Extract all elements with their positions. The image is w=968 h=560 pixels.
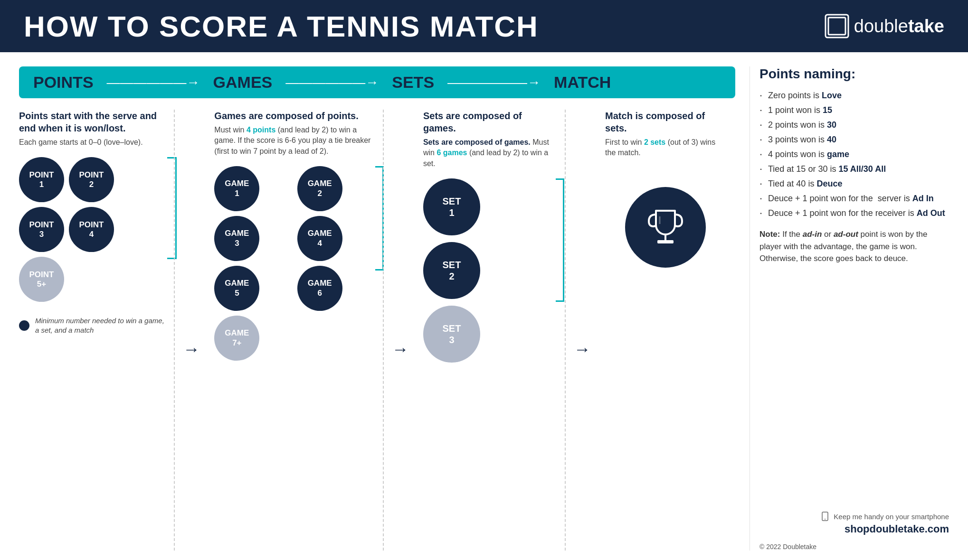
point-1-circle: POINT1 xyxy=(19,157,64,202)
sets-title: Sets are composed of games. xyxy=(423,110,557,134)
category-banner: POINTS ——————→ GAMES ——————→ SETS ——————… xyxy=(19,66,735,98)
sets-circles: SET1 SET2 SET3 xyxy=(423,178,557,363)
match-trophy xyxy=(605,168,726,268)
arrow-1: ——————→ xyxy=(107,75,200,90)
arrow-3: ——————→ xyxy=(447,75,541,90)
points-row-1: POINT1 POINT2 xyxy=(19,157,114,202)
naming-list: Zero points is Love 1 point won is 15 2 … xyxy=(759,89,949,220)
sets-bracket xyxy=(556,178,564,302)
points-visual: POINT1 POINT2 POINT3 POINT4 POINT5+ xyxy=(19,157,166,302)
sets-column: Sets are composed of games. Sets are com… xyxy=(411,110,571,551)
smartphone-icon xyxy=(820,512,830,521)
naming-item-deuce: Tied at 40 is Deuce xyxy=(759,177,949,190)
point-3-circle: POINT3 xyxy=(19,207,64,252)
game-extra: GAME7+ xyxy=(214,316,375,361)
set-3-circle: SET3 xyxy=(423,306,480,363)
naming-item-15: 1 point won is 15 xyxy=(759,104,949,117)
banner-games: GAMES xyxy=(213,73,273,92)
logo-icon xyxy=(825,14,849,38)
page-container: HOW TO SCORE A TENNIS MATCH doubletake P… xyxy=(0,0,968,560)
games-grid: GAME1 GAME2 GAME3 GAME4 GAME5 GAME6 xyxy=(214,166,375,311)
website-text: shopdoubletake.com xyxy=(759,523,949,535)
section-arrow-3: → xyxy=(571,148,593,551)
right-panel: Points naming: Zero points is Love 1 poi… xyxy=(750,66,949,551)
game-2-circle: GAME2 xyxy=(297,166,342,211)
trophy-circle xyxy=(625,187,706,268)
naming-item-40: 3 points won is 40 xyxy=(759,133,949,146)
section-arrow-2: → xyxy=(389,148,411,551)
columns-container: Points start with the serve and end when… xyxy=(19,110,735,551)
banner-match: MATCH xyxy=(554,73,611,92)
points-row-2: POINT3 POINT4 xyxy=(19,207,114,252)
naming-item-all: Tied at 15 or 30 is 15 All/30 All xyxy=(759,163,949,176)
smartphone-text: Keep me handy on your smartphone xyxy=(759,512,949,521)
naming-item-adin: Deuce + 1 point won for the server is Ad… xyxy=(759,192,949,205)
points-naming-title: Points naming: xyxy=(759,66,949,82)
naming-item-30: 2 points won is 30 xyxy=(759,119,949,131)
match-column: Match is composed of sets. First to win … xyxy=(593,110,735,551)
points-column: Points start with the serve and end when… xyxy=(19,110,180,551)
svg-point-5 xyxy=(825,519,826,520)
points-desc: Each game starts at 0–0 (love–love). xyxy=(19,137,166,148)
sets-desc: Sets are composed of games. Must win 6 g… xyxy=(423,137,557,169)
game-1-circle: GAME1 xyxy=(214,166,259,211)
banner-sets: SETS xyxy=(392,73,434,92)
games-visual: GAME1 GAME2 GAME3 GAME4 GAME5 GAME6 GAME… xyxy=(214,166,375,361)
set-1-circle: SET1 xyxy=(423,178,480,235)
section-arrow-1: → xyxy=(180,148,202,551)
bottom-right: Keep me handy on your smartphone shopdou… xyxy=(759,512,949,535)
game-6-circle: GAME6 xyxy=(297,266,342,311)
game-5-circle: GAME5 xyxy=(214,266,259,311)
naming-item-adout: Deuce + 1 point won for the receiver is … xyxy=(759,207,949,220)
match-title: Match is composed of sets. xyxy=(605,110,726,134)
svg-rect-3 xyxy=(657,240,674,243)
point-5plus-circle: POINT5+ xyxy=(19,257,64,302)
game-3-circle: GAME3 xyxy=(214,216,259,261)
set-2-circle: SET2 xyxy=(423,242,480,299)
games-column: Games are composed of points. Must win 4… xyxy=(202,110,389,551)
copyright-text: © 2022 Doubletake xyxy=(759,543,949,551)
point-2-circle: POINT2 xyxy=(69,157,114,202)
points-title: Points start with the serve and end when… xyxy=(19,110,166,134)
banner-points: POINTS xyxy=(33,73,94,92)
game-7plus-circle: GAME7+ xyxy=(214,316,259,361)
arrow-2: ——————→ xyxy=(285,75,379,90)
points-bracket xyxy=(167,157,177,259)
page-title: HOW TO SCORE A TENNIS MATCH xyxy=(24,9,539,43)
header: HOW TO SCORE A TENNIS MATCH doubletake xyxy=(0,0,968,52)
logo-text: doubletake xyxy=(854,16,944,37)
points-naming-section: Points naming: Zero points is Love 1 poi… xyxy=(759,66,949,265)
games-title: Games are composed of points. xyxy=(214,110,375,122)
games-desc: Must win 4 points (and lead by 2) to win… xyxy=(214,125,375,157)
points-legend: Minimum number needed to win a game, a s… xyxy=(19,316,166,335)
point-4-circle: POINT4 xyxy=(69,207,114,252)
svg-rect-1 xyxy=(828,18,845,35)
points-circles: POINT1 POINT2 POINT3 POINT4 POINT5+ xyxy=(19,157,114,302)
left-content: POINTS ——————→ GAMES ——————→ SETS ——————… xyxy=(19,66,735,551)
games-bracket xyxy=(375,166,384,271)
points-row-3: POINT5+ xyxy=(19,257,114,302)
naming-item-game: 4 points won is game xyxy=(759,148,949,161)
main-content: POINTS ——————→ GAMES ——————→ SETS ——————… xyxy=(0,52,968,560)
legend-dot xyxy=(19,320,29,331)
match-desc: First to win 2 sets (out of 3) wins the … xyxy=(605,137,726,159)
game-4-circle: GAME4 xyxy=(297,216,342,261)
note-section: Note: If the ad-in or ad-out point is wo… xyxy=(759,228,949,265)
trophy-icon xyxy=(644,206,687,249)
logo: doubletake xyxy=(825,14,944,38)
naming-item-love: Zero points is Love xyxy=(759,89,949,102)
sets-visual: SET1 SET2 SET3 xyxy=(423,178,557,363)
legend-text: Minimum number needed to win a game, a s… xyxy=(35,316,166,335)
